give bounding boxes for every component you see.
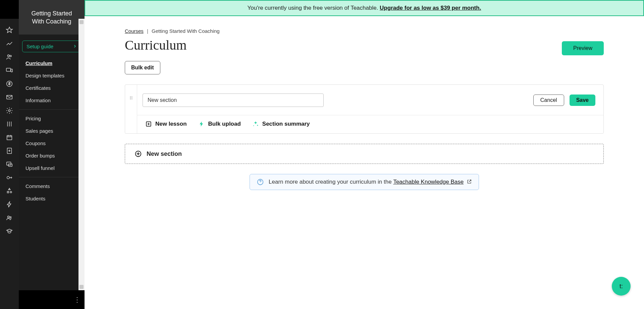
key-icon[interactable] — [0, 171, 19, 184]
scrollbar[interactable] — [78, 19, 85, 290]
logo-area — [0, 0, 19, 19]
bulk-edit-button[interactable]: Bulk edit — [125, 61, 160, 74]
sidebar-item-coupons[interactable]: Coupons — [19, 137, 85, 149]
course-sidebar: Getting Started With Coaching Setup guid… — [19, 0, 85, 309]
help-link[interactable]: Teachable Knowledge Base — [393, 179, 464, 185]
breadcrumb-sep: | — [147, 28, 148, 34]
academic-icon[interactable] — [0, 225, 19, 238]
mail-icon[interactable] — [0, 90, 19, 104]
svg-point-14 — [8, 216, 10, 218]
svg-point-15 — [10, 217, 11, 218]
sidebar-item-curriculum[interactable]: Curriculum — [19, 57, 85, 69]
svg-point-13 — [10, 191, 12, 193]
breadcrumb-current: Getting Started With Coaching — [152, 28, 220, 34]
page-title: Curriculum — [125, 37, 186, 53]
svg-point-20 — [130, 99, 130, 100]
more-icon[interactable]: ⋮ — [74, 296, 80, 304]
new-lesson-button[interactable]: New lesson — [145, 121, 187, 127]
star-icon[interactable] — [0, 23, 19, 37]
sidebar-item-pricing[interactable]: Pricing — [19, 112, 85, 125]
sidebar-item-design-templates[interactable]: Design templates — [19, 69, 85, 82]
breadcrumb: Courses | Getting Started With Coaching — [125, 28, 604, 34]
svg-point-18 — [130, 98, 130, 98]
svg-point-21 — [131, 99, 132, 100]
sidebar-nav-1: Curriculum Design templates Certificates… — [19, 57, 85, 107]
scroll-up-icon[interactable] — [79, 20, 84, 24]
main-area: You're currently using the free version … — [85, 0, 644, 309]
dollar-icon[interactable] — [0, 77, 19, 90]
users-icon[interactable] — [0, 50, 19, 64]
icon-rail — [0, 0, 19, 309]
upgrade-banner: You're currently using the free version … — [85, 0, 644, 16]
scroll-down-icon[interactable] — [79, 285, 84, 289]
plus-square-icon — [145, 121, 152, 127]
group-icon[interactable] — [0, 211, 19, 225]
upgrade-link[interactable]: Upgrade for as low as $39 per month. — [380, 5, 481, 11]
sidebar-item-information[interactable]: Information — [19, 94, 85, 107]
setup-guide-label: Setup guide — [26, 44, 53, 49]
svg-rect-2 — [6, 68, 11, 71]
sidebar-item-students[interactable]: Students — [19, 192, 85, 205]
bolt-icon — [198, 121, 205, 127]
setup-guide-button[interactable]: Setup guide — [22, 41, 81, 52]
gear-icon[interactable] — [0, 104, 19, 117]
sidebar-title: Getting Started With Coaching — [19, 0, 85, 35]
calendar-icon[interactable] — [0, 131, 19, 144]
section-name-input[interactable] — [143, 94, 324, 107]
help-fab[interactable]: t: — [612, 277, 631, 296]
preview-button[interactable]: Preview — [562, 41, 604, 55]
svg-rect-7 — [7, 136, 12, 140]
content: Courses | Getting Started With Coaching … — [85, 16, 644, 309]
svg-rect-5 — [7, 96, 12, 99]
sidebar-item-order-bumps[interactable]: Order bumps — [19, 149, 85, 162]
breadcrumb-courses[interactable]: Courses — [125, 28, 144, 34]
save-button[interactable]: Save — [570, 95, 595, 106]
svg-point-0 — [8, 55, 10, 57]
sidebar-item-upsell-funnel[interactable]: Upsell funnel — [19, 162, 85, 174]
divider — [19, 177, 85, 177]
svg-point-6 — [8, 110, 10, 112]
sidebar-nav-2: Pricing Sales pages Coupons Order bumps … — [19, 112, 85, 174]
drag-handle-icon[interactable] — [125, 85, 137, 133]
svg-point-17 — [131, 97, 132, 97]
pages-icon[interactable] — [0, 117, 19, 131]
bulk-upload-label: Bulk upload — [208, 121, 241, 127]
sidebar-item-certificates[interactable]: Certificates — [19, 82, 85, 94]
fab-label: t: — [620, 283, 623, 290]
sidebar-item-sales-pages[interactable]: Sales pages — [19, 125, 85, 137]
sparkle-icon — [252, 121, 259, 127]
download-icon[interactable] — [0, 144, 19, 158]
help-text: Learn more about creating your curriculu… — [269, 179, 393, 185]
svg-point-19 — [131, 98, 132, 98]
sidebar-footer: ⋮ — [19, 290, 85, 309]
svg-rect-3 — [11, 69, 13, 72]
bulk-upload-button[interactable]: Bulk upload — [198, 121, 241, 127]
shapes-icon[interactable] — [0, 184, 19, 198]
help-icon — [257, 178, 264, 186]
external-link-icon — [467, 179, 472, 184]
divider — [19, 109, 85, 110]
sidebar-item-comments[interactable]: Comments — [19, 180, 85, 192]
cancel-button[interactable]: Cancel — [533, 95, 564, 106]
analytics-icon[interactable] — [0, 37, 19, 50]
svg-rect-12 — [7, 191, 9, 193]
section-card: Cancel Save New lesson Bulk upload Secti… — [125, 84, 604, 134]
banner-text: You're currently using the free version … — [248, 5, 380, 11]
devices-icon[interactable] — [0, 64, 19, 77]
section-summary-button[interactable]: Section summary — [252, 121, 310, 127]
svg-rect-9 — [7, 162, 11, 165]
new-lesson-label: New lesson — [155, 121, 187, 127]
bolt-icon[interactable] — [0, 198, 19, 211]
svg-point-1 — [10, 55, 11, 57]
svg-point-16 — [130, 97, 130, 97]
chat-icon[interactable] — [0, 158, 19, 171]
new-section-button[interactable]: New section — [125, 144, 604, 164]
sidebar-nav-3: Comments Students — [19, 180, 85, 205]
section-summary-label: Section summary — [262, 121, 310, 127]
svg-point-11 — [7, 176, 9, 179]
help-callout: Learn more about creating your curriculu… — [250, 174, 479, 190]
plus-circle-icon — [135, 150, 142, 158]
new-section-label: New section — [147, 150, 182, 158]
